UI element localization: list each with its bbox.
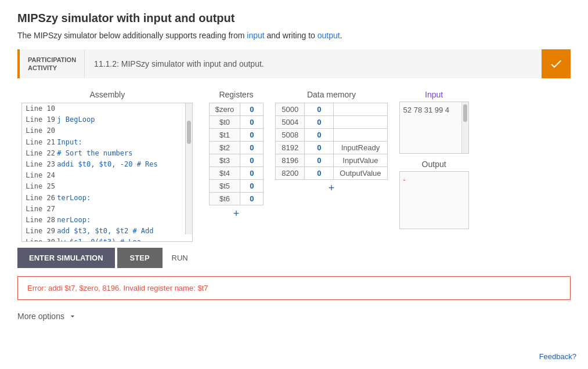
data-memory-add-button[interactable]: + [329,182,335,194]
assembly-panel: Assembly Line 10Line 19j BegLoopLine 20L… [17,90,197,268]
register-name: $t1 [209,129,240,142]
register-row: $t10 [209,129,264,142]
memory-value: 0 [305,167,334,180]
registers-panel: Registers $zero0$t00$t10$t20$t30$t40$t50… [209,90,264,220]
line-code: # Sort the numbers [57,148,132,159]
register-name: $t5 [209,180,240,193]
assembly-line: Line 28nerLoop: [22,215,192,226]
register-value: 0 [240,180,264,193]
output-value: - [403,175,406,184]
error-message: Error: addi $t7, $zero, 8196. Invalid re… [27,284,208,292]
assembly-scroll-area[interactable]: Line 10Line 19j BegLoopLine 20Line 21Inp… [22,103,192,241]
more-options-button[interactable]: More options [17,312,571,321]
output-section: Output - [399,160,469,229]
output-box: - [399,171,469,229]
page-title: MIPSzy simulator with input and output [17,12,571,25]
step-button[interactable]: STEP [117,248,163,268]
registers-table: $zero0$t00$t10$t20$t30$t40$t50$t60 [209,103,264,205]
input-value: 52 78 31 99 4 [403,106,450,114]
line-number: Line 21 [22,137,57,148]
assembly-line: Line 22 # Sort the numbers [22,148,192,159]
line-number: Line 19 [22,114,57,125]
register-value: 0 [240,129,264,142]
memory-label [334,103,387,116]
error-box: Error: addi $t7, $zero, 8196. Invalid re… [17,276,571,300]
register-name: $t2 [209,142,240,154]
chevron-down-icon [68,312,77,321]
assembly-editor[interactable]: Line 10Line 19j BegLoopLine 20Line 21Inp… [21,103,193,242]
memory-address: 5004 [276,116,305,129]
page-container: MIPSzy simulator with input and output T… [0,0,588,369]
line-number: Line 10 [22,103,57,114]
line-number: Line 29 [22,226,57,237]
line-code: j BegLoop [57,114,95,125]
simulator-container: Assembly Line 10Line 19j BegLoopLine 20L… [17,90,571,268]
assembly-line: Line 19j BegLoop [22,114,192,125]
register-value: 0 [240,154,264,167]
assembly-line: Line 21Input: [22,137,192,148]
assembly-scroll-thumb-y[interactable] [187,121,191,144]
subtitle-between: and writing to [265,31,318,40]
enter-simulation-button[interactable]: ENTER SIMULATION [17,248,115,268]
registers-add-button[interactable]: + [233,208,240,220]
check-badge [542,49,571,78]
memory-row: 50040 [276,116,387,129]
memory-address: 8200 [276,167,305,180]
output-title: Output [399,160,469,169]
memory-address: 5008 [276,129,305,142]
line-number: Line 20 [22,125,57,136]
memory-label: InputReady [334,142,387,154]
assembly-line: Line 29 add $t3, $t0, $t2 # Add [22,226,192,237]
data-memory-title: Data memory [307,90,356,99]
assembly-line: Line 30 lw $s1, 0($t3) # Loa [22,237,192,241]
memory-address: 5000 [276,103,305,116]
memory-value: 0 [305,103,334,116]
memory-label [334,129,387,142]
input-link[interactable]: input [247,31,264,40]
memory-value: 0 [305,154,334,167]
assembly-line: Line 24 [22,170,192,181]
assembly-line: Line 26terLoop: [22,193,192,204]
register-value: 0 [240,167,264,180]
register-row: $t20 [209,142,264,154]
line-code: terLoop: [57,193,91,204]
input-title: Input [399,90,469,99]
register-name: $t6 [209,193,240,205]
input-scroll-thumb[interactable] [463,104,467,122]
more-options-label: More options [17,312,64,321]
line-number: Line 28 [22,215,57,226]
line-number: Line 25 [22,181,57,192]
memory-value: 0 [305,129,334,142]
register-row: $zero0 [209,103,264,116]
memory-address: 8196 [276,154,305,167]
line-number: Line 27 [22,204,57,215]
line-code: add $t3, $t0, $t2 # Add [57,226,153,237]
input-box[interactable]: 52 78 31 99 4 [399,102,469,154]
assembly-scrollbar-x[interactable] [22,241,192,242]
memory-label: OutputValue [334,167,387,180]
memory-label [334,116,387,129]
line-code: lw $s1, 0($t3) # Loa [57,237,141,241]
register-row: $t30 [209,154,264,167]
output-link[interactable]: output [318,31,340,40]
activity-bar: PARTICIPATIONACTIVITY 11.1.2: MIPSzy sim… [17,49,571,78]
assembly-line: Line 23 addi $t0, $t0, -20 # Res [22,159,192,170]
registers-panel-title: Registers [219,90,253,99]
assembly-line: Line 25 [22,181,192,192]
line-number: Line 26 [22,193,57,204]
assembly-scrollbar-y[interactable] [185,103,192,234]
register-row: $t60 [209,193,264,205]
line-number: Line 23 [22,159,57,170]
register-value: 0 [240,103,264,116]
input-scrollbar[interactable] [461,102,468,153]
register-row: $t40 [209,167,264,180]
line-number: Line 30 [22,237,57,241]
register-row: $t00 [209,116,264,129]
line-code: addi $t0, $t0, -20 # Res [57,159,157,170]
input-section: Input 52 78 31 99 4 [399,90,469,154]
subtitle-end: . [340,31,342,40]
run-button[interactable]: RUN [163,248,197,268]
memory-row: 50080 [276,129,387,142]
activity-title: 11.1.2: MIPSzy simulator with input and … [85,53,542,74]
feedback-button[interactable]: Feedback? [539,352,576,361]
